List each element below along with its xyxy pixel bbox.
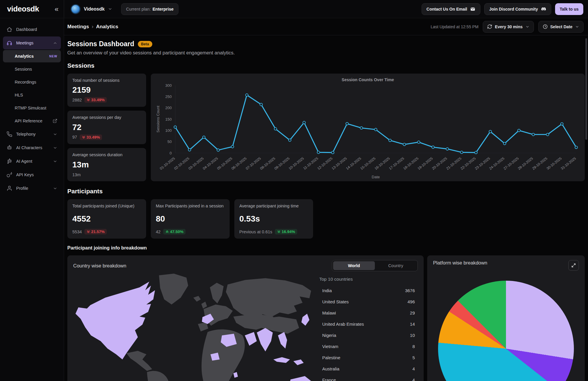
svg-text:13-10-2025: 13-10-2025 — [331, 156, 348, 171]
toggle-country[interactable]: Country — [375, 261, 417, 270]
svg-text:15-10-2025: 15-10-2025 — [360, 156, 376, 171]
stat-card: Total number of sessions2159288233.49% — [67, 74, 146, 107]
page-content: Sessions Dashboard Beta Get an overview … — [64, 35, 588, 381]
talk-to-us-button[interactable]: Talk to us — [555, 3, 583, 15]
svg-text:21-10-2025: 21-10-2025 — [445, 156, 462, 171]
svg-text:30-10-2025: 30-10-2025 — [546, 156, 562, 171]
home-icon — [6, 26, 12, 32]
sidebar-item-dashboard[interactable]: Dashboard — [3, 23, 61, 36]
svg-text:17-10-2025: 17-10-2025 — [388, 156, 405, 171]
svg-text:0: 0 — [170, 151, 172, 155]
refresh-interval-button[interactable]: Every 30 mins — [483, 21, 534, 33]
org-selector[interactable]: Videosdk — [64, 4, 112, 14]
discord-icon — [541, 6, 546, 12]
sidebar-item-analytics[interactable]: AnalyticsNEW — [3, 50, 61, 62]
stat-card: Average sessions per day729733.49% — [67, 111, 146, 144]
header-controls: Last Updated at 12:55 PM Every 30 mins S… — [431, 21, 584, 33]
stat-sub-row: 13m — [72, 172, 141, 177]
delta-value: 33.49% — [86, 135, 100, 139]
expand-button[interactable] — [568, 260, 579, 271]
country-row[interactable]: Vietnam8 — [319, 341, 418, 352]
join-discord-button[interactable]: Join Discord Community — [484, 3, 551, 15]
sidebar-item-hls[interactable]: HLS — [3, 89, 61, 101]
robot-icon — [6, 145, 12, 151]
session-stat-cards: Total number of sessions2159288233.49%Av… — [67, 74, 146, 181]
map-region-indonesia-east — [293, 360, 304, 365]
sidebar-item-ai-characters[interactable]: AI Characters — [3, 141, 61, 154]
chevron-down-icon — [575, 25, 579, 29]
logo-area: videosdk « — [0, 0, 64, 18]
country-row[interactable]: Australia4 — [319, 363, 418, 374]
sidebar-item-ai-agent[interactable]: AI Agent — [3, 155, 61, 168]
country-row[interactable]: Palestine5 — [319, 352, 418, 363]
sidebar-item-label: AI Characters — [16, 145, 49, 150]
stat-label: Average sessions per day — [72, 115, 141, 120]
double-chevron-down-icon — [277, 230, 281, 234]
stat-sub-row: Previous at 0.61s16.94% — [239, 229, 308, 234]
map-region-north-america — [76, 282, 155, 360]
svg-text:31-10-2025: 31-10-2025 — [560, 156, 577, 171]
stat-sub-row: 9733.49% — [72, 134, 141, 140]
chevron-down-icon — [108, 7, 112, 11]
sidebar-item-api-reference[interactable]: API Reference — [3, 115, 61, 127]
mail-icon — [470, 6, 475, 12]
svg-text:05-10-2025: 05-10-2025 — [216, 156, 233, 171]
country-value: 4 — [412, 377, 415, 381]
clock-icon — [543, 24, 548, 29]
select-date-button[interactable]: Select Date — [538, 21, 584, 33]
page-header-row: Meetings › Analytics Last Updated at 12:… — [64, 18, 588, 35]
sidebar-item-label: Dashboard — [16, 27, 57, 32]
country-row[interactable]: India3676 — [319, 285, 418, 296]
svg-text:Session Counts Over Time: Session Counts Over Time — [342, 77, 394, 82]
country-row[interactable]: Nigeria10 — [319, 330, 418, 341]
stat-value: 80 — [156, 214, 225, 224]
country-value: 10 — [410, 333, 415, 338]
sidebar-item-sessions[interactable]: Sessions — [3, 63, 61, 75]
svg-text:50: 50 — [168, 139, 172, 144]
videosdk-logo: videosdk — [7, 4, 39, 14]
chevron-down-icon — [53, 159, 57, 164]
sidebar-collapse-icon[interactable]: « — [55, 6, 59, 13]
breadcrumb-meetings[interactable]: Meetings — [67, 24, 89, 30]
sidebar-item-meetings[interactable]: Meetings — [3, 36, 61, 49]
beta-badge: Beta — [138, 41, 152, 47]
scrollbar-thumb[interactable] — [585, 38, 587, 140]
contact-email-button[interactable]: Contact Us On Email — [422, 3, 480, 15]
country-value: 3676 — [405, 288, 415, 293]
joining-breakdown-heading: Participant joining info breakdown — [67, 245, 585, 251]
breadcrumb-separator-icon: › — [92, 24, 93, 30]
svg-text:19-10-2025: 19-10-2025 — [417, 156, 434, 171]
country-breakdown-card: Country wise breakdown World Country — [67, 255, 424, 381]
toggle-world[interactable]: World — [333, 261, 375, 270]
world-map-svg — [73, 274, 313, 381]
country-name: Nigeria — [322, 333, 336, 338]
stat-value: 0.53s — [239, 214, 308, 224]
sidebar-item-recordings[interactable]: Recordings — [3, 76, 61, 88]
country-row[interactable]: France4 — [319, 374, 418, 381]
map-region-iberia — [198, 322, 208, 331]
delta-badge: 33.49% — [84, 97, 107, 103]
stat-value: 2159 — [72, 85, 141, 95]
sidebar-item-label: Analytics — [15, 54, 44, 59]
stat-label: Total number of sessions — [72, 78, 141, 83]
country-name: Australia — [322, 366, 339, 371]
stat-sub-row: 553421.57% — [72, 229, 141, 234]
sidebar-item-profile[interactable]: Profile — [3, 182, 61, 195]
svg-text:Sessions Count: Sessions Count — [156, 106, 160, 132]
stat-sub-row: 4247.50% — [156, 229, 225, 234]
svg-text:22-10-2025: 22-10-2025 — [460, 156, 477, 171]
svg-text:08-10-2025: 08-10-2025 — [259, 156, 276, 171]
country-value: 496 — [407, 299, 415, 304]
country-row[interactable]: United States496 — [319, 296, 418, 307]
country-name: Malawi — [322, 310, 336, 315]
breadcrumb-analytics[interactable]: Analytics — [96, 24, 118, 30]
country-row[interactable]: United Arab Emirates14 — [319, 318, 418, 330]
country-row[interactable]: Malawi29 — [319, 307, 418, 318]
svg-text:16-10-2025: 16-10-2025 — [374, 156, 391, 171]
svg-text:11-10-2025: 11-10-2025 — [303, 156, 319, 170]
sidebar-item-telephony[interactable]: Telephony — [3, 128, 61, 141]
platform-breakdown-title: Platform wise breakdown — [433, 260, 487, 266]
sidebar-item-api-keys[interactable]: API Keys — [3, 168, 61, 181]
svg-text:10-10-2025: 10-10-2025 — [288, 156, 305, 171]
sidebar-item-rtmp-simulcast[interactable]: RTMP Simulcast — [3, 102, 61, 114]
